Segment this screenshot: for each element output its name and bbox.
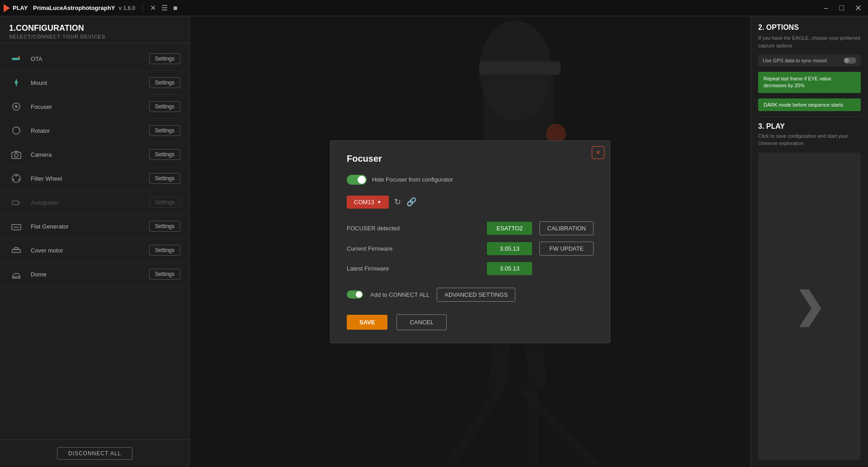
svg-rect-19 <box>14 248 18 250</box>
mount-settings-button[interactable]: Settings <box>149 77 180 88</box>
dome-label: Dome <box>31 271 149 278</box>
save-button[interactable]: SAVE <box>347 315 387 330</box>
hide-focuser-label: Hide Focuser from configurator <box>372 176 453 183</box>
device-row-dome: Dome Settings <box>0 262 189 286</box>
title-bar: PLAY PrimaLuceAstrophotographY v 1.6.0 ✕… <box>0 0 868 16</box>
repeat-frame-button[interactable]: Repeat last frame if EYE value decreases… <box>758 72 861 93</box>
disconnect-all-button[interactable]: DISCONNECT ALL <box>57 447 132 460</box>
ota-label: OTA <box>31 56 149 62</box>
modal-close-button[interactable]: × <box>592 146 604 159</box>
current-firmware-label: Current Firmware <box>347 245 480 252</box>
gps-toggle[interactable] <box>844 57 856 64</box>
panel-divider <box>758 117 861 117</box>
com-dropdown-icon: ▼ <box>377 200 382 205</box>
connect-all-toggle[interactable] <box>347 290 363 299</box>
menu-icon[interactable]: ☰ <box>161 4 168 12</box>
refresh-icon[interactable]: ↻ <box>394 197 401 207</box>
svg-marker-2 <box>14 79 18 84</box>
svg-point-5 <box>15 105 18 108</box>
cursor-icon[interactable]: ✕ <box>150 4 156 12</box>
dome-settings-button[interactable]: Settings <box>149 269 180 280</box>
close-button[interactable]: ✕ <box>852 2 864 14</box>
latest-firmware-label: Latest Firmware <box>347 265 480 272</box>
config-subtitle: SELECT/CONNECT YOUR DEVICES <box>9 34 180 39</box>
modal-footer: SAVE CANCEL <box>347 314 594 330</box>
svg-point-11 <box>15 175 17 177</box>
svg-rect-1 <box>18 56 20 58</box>
device-row-autoguider: Autoguider Settings <box>0 191 189 215</box>
autoguider-settings-button[interactable]: Settings <box>149 197 180 208</box>
current-firmware-value: 3.05.13 <box>487 242 532 255</box>
play-button[interactable]: ❯ <box>758 153 861 460</box>
device-row-flatgenerator: Flat Generator Settings <box>0 215 189 238</box>
com-port-label: COM13 <box>354 199 374 205</box>
covermotor-label: Cover motor <box>31 247 149 254</box>
main-layout: 1.CONFIGURATION SELECT/CONNECT YOUR DEVI… <box>0 16 868 467</box>
connect-all-label: Add to CONNECT ALL <box>370 291 429 298</box>
focuser-icon <box>9 99 24 114</box>
camera-label: Camera <box>31 151 149 158</box>
flatgenerator-settings-button[interactable]: Settings <box>149 221 180 232</box>
rotator-settings-button[interactable]: Settings <box>149 125 180 136</box>
app-name: PLAY <box>13 5 28 11</box>
mount-label: Mount <box>31 79 149 86</box>
flatgenerator-icon <box>9 219 24 234</box>
advanced-settings-button[interactable]: ADVANCED SETTINGS <box>437 288 515 302</box>
play-section: 3. PLAY Click to save configuration and … <box>758 122 861 147</box>
svg-point-13 <box>13 179 14 181</box>
device-row-focuser: Focuser Settings <box>0 95 189 119</box>
focuser-detected-label: FOCUSER detected <box>347 225 480 232</box>
repeat-frame-label: Repeat last frame if EYE value decreases… <box>764 76 831 88</box>
filterwheel-icon <box>9 171 24 186</box>
svg-rect-20 <box>13 277 20 278</box>
modal-overlay: Focuser × Hide Focuser from configurator… <box>190 16 750 467</box>
company-name: PrimaLuceAstrophotographY <box>33 5 115 11</box>
maximize-button[interactable]: □ <box>836 2 847 14</box>
calibration-button[interactable]: CALIBRATION <box>539 221 594 235</box>
covermotor-icon <box>9 243 24 257</box>
play-desc: Click to save configuration and start yo… <box>758 132 861 147</box>
fw-update-button[interactable]: FW UPDATE <box>539 242 594 256</box>
flatgenerator-label: Flat Generator <box>31 223 149 230</box>
covermotor-settings-button[interactable]: Settings <box>149 245 180 256</box>
focuser-modal: Focuser × Hide Focuser from configurator… <box>330 140 610 343</box>
dark-mode-button[interactable]: DARK mode before sequence starts <box>758 98 861 111</box>
ota-settings-button[interactable]: Settings <box>149 53 180 64</box>
focuser-settings-button[interactable]: Settings <box>149 101 180 112</box>
dome-icon <box>9 267 24 281</box>
svg-rect-0 <box>12 58 20 60</box>
device-row-filterwheel: Filter Wheel Settings <box>0 167 189 191</box>
focuser-label: Focuser <box>31 103 149 110</box>
play-title: 3. PLAY <box>758 122 861 131</box>
device-row-camera: Camera Settings <box>0 143 189 167</box>
camera-settings-button[interactable]: Settings <box>149 149 180 160</box>
latest-firmware-value: 3.05.13 <box>487 262 532 275</box>
svg-point-12 <box>18 179 20 181</box>
window-controls: – □ ✕ <box>821 2 864 14</box>
gps-toggle-knob <box>844 58 849 63</box>
device-row-covermotor: Cover motor Settings <box>0 238 189 262</box>
hide-focuser-toggle[interactable] <box>347 175 367 185</box>
camera-icon <box>9 147 24 162</box>
filterwheel-settings-button[interactable]: Settings <box>149 173 180 184</box>
title-bar-icons: ✕ ☰ ■ <box>150 4 178 12</box>
connect-all-row: Add to CONNECT ALL ADVANCED SETTINGS <box>347 288 594 302</box>
svg-rect-9 <box>14 151 18 153</box>
save-icon[interactable]: ■ <box>173 4 178 12</box>
svg-rect-14 <box>12 201 19 205</box>
gps-option-label: Use GPS data to sync mount <box>763 58 844 63</box>
focuser-type-value: ESATTO2 <box>487 222 532 235</box>
sidebar-footer: DISCONNECT ALL <box>0 439 189 467</box>
autoguider-icon <box>9 195 24 210</box>
unlink-icon[interactable]: 🔗 <box>406 197 416 207</box>
right-panel: 2. OPTIONS If you have the EAGLE, choose… <box>750 16 868 467</box>
minimize-button[interactable]: – <box>821 2 831 14</box>
version-label: v 1.6.0 <box>118 5 135 11</box>
cancel-button[interactable]: CANCEL <box>396 314 447 330</box>
com-port-button[interactable]: COM13 ▼ <box>347 196 389 209</box>
sidebar-header: 1.CONFIGURATION SELECT/CONNECT YOUR DEVI… <box>0 16 189 43</box>
device-row-rotator: Rotator Settings <box>0 119 189 143</box>
focuser-info-grid: FOCUSER detected ESATTO2 CALIBRATION Cur… <box>347 221 594 275</box>
center-content: Focuser × Hide Focuser from configurator… <box>190 16 750 467</box>
ota-icon <box>9 51 24 66</box>
